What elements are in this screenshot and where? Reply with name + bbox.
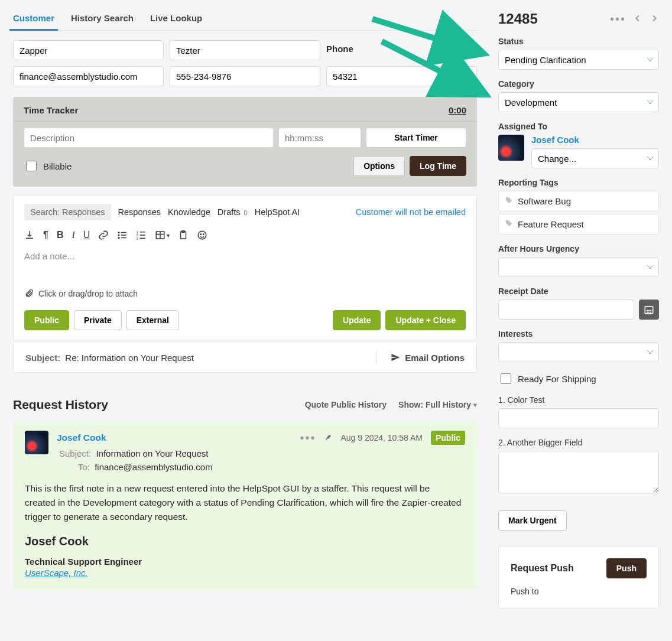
- bullet-list-icon[interactable]: [117, 230, 128, 240]
- status-select[interactable]: Pending Clarification: [498, 50, 659, 70]
- note-tab-knowledge[interactable]: Knowledge: [168, 204, 210, 220]
- tag-icon: [505, 196, 513, 206]
- svg-point-21: [203, 234, 204, 235]
- timer-hms-field[interactable]: [278, 128, 361, 148]
- note-editor-card: Search: Responses Responses Knowledge Dr…: [13, 195, 477, 340]
- note-tab-ai[interactable]: HelpSpot AI: [255, 204, 300, 220]
- customer-tabs: Customer History Search Live Lookup: [13, 11, 477, 31]
- svg-point-3: [118, 235, 120, 236]
- tab-history-search[interactable]: History Search: [71, 11, 134, 30]
- subject-text: Re: Information on Your Request: [65, 353, 194, 363]
- svg-text:3: 3: [137, 237, 138, 240]
- start-timer-button[interactable]: Start Timer: [366, 128, 466, 148]
- receipt-date-field[interactable]: [498, 300, 634, 320]
- billable-label: Billable: [43, 161, 72, 171]
- after-hours-urgency-select[interactable]: [498, 257, 659, 277]
- bold-icon[interactable]: B: [57, 230, 64, 240]
- assignee-avatar: [498, 135, 524, 161]
- assignee-name-link[interactable]: Josef Cook: [531, 135, 579, 145]
- note-tab-drafts[interactable]: Drafts 0: [217, 204, 248, 220]
- color-test-label: 1. Color Test: [498, 395, 659, 405]
- history-author-link[interactable]: Josef Cook: [57, 432, 106, 443]
- request-more-icon[interactable]: •••: [610, 12, 626, 26]
- timer-options-button[interactable]: Options: [353, 156, 405, 176]
- interests-select[interactable]: [498, 342, 659, 362]
- note-tab-responses[interactable]: Responses: [118, 204, 161, 220]
- assigned-to-label: Assigned To: [498, 122, 659, 131]
- numbered-list-icon[interactable]: 123: [136, 230, 147, 240]
- signature-name: Josef Cook: [25, 535, 465, 548]
- another-bigger-field[interactable]: [498, 451, 659, 493]
- phone-field[interactable]: [170, 66, 320, 86]
- email-field[interactable]: [13, 66, 164, 86]
- history-to: finance@assemblystudio.com: [95, 462, 212, 472]
- category-select[interactable]: Development: [498, 92, 659, 112]
- log-time-button[interactable]: Log Time: [410, 156, 466, 176]
- quote-public-history-button[interactable]: Quote Public History: [305, 400, 387, 409]
- customer-no-email-link[interactable]: Customer will not be emailed: [356, 207, 466, 217]
- svg-rect-12: [140, 235, 145, 236]
- assignee-change-select[interactable]: Change...: [531, 148, 659, 168]
- note-textarea[interactable]: Add a note...: [24, 245, 466, 281]
- avatar: [25, 431, 48, 454]
- next-request-icon[interactable]: [650, 14, 659, 25]
- signature-company-link[interactable]: UserScape, Inc.: [25, 568, 88, 578]
- table-icon[interactable]: ▾: [155, 230, 170, 240]
- paragraph-icon[interactable]: ¶: [43, 230, 48, 240]
- history-more-icon[interactable]: •••: [300, 431, 316, 445]
- billable-checkbox[interactable]: Billable: [24, 159, 72, 173]
- svg-point-20: [200, 234, 202, 235]
- svg-rect-11: [140, 232, 145, 233]
- history-entry: Josef Cook ••• Aug 9 2024, 10:58 AM Publ…: [13, 421, 477, 590]
- editor-toolbar: ¶ B I U 123 ▾: [24, 227, 466, 245]
- history-subject: Information on Your Request: [96, 448, 208, 458]
- public-badge: Public: [431, 431, 465, 445]
- underline-icon[interactable]: U: [83, 230, 90, 240]
- svg-rect-6: [121, 235, 126, 236]
- color-test-field[interactable]: [498, 408, 659, 428]
- first-name-field[interactable]: [13, 40, 164, 60]
- interests-label: Interests: [498, 329, 659, 339]
- timer-description-field[interactable]: [24, 128, 274, 148]
- note-type-public-button[interactable]: Public: [24, 310, 69, 330]
- subject-row: Subject: Re: Information on Your Request…: [13, 343, 477, 373]
- link-icon[interactable]: [98, 230, 109, 240]
- svg-point-2: [118, 232, 120, 233]
- pin-icon[interactable]: [324, 433, 332, 443]
- signature-title: Technical Support Engineer: [25, 557, 465, 567]
- svg-point-23: [647, 310, 648, 311]
- tab-customer[interactable]: Customer: [13, 11, 54, 30]
- show-history-filter[interactable]: Show: Full History ▾: [398, 400, 477, 409]
- reporting-tag[interactable]: Software Bug: [498, 191, 659, 212]
- push-button[interactable]: Push: [606, 558, 647, 578]
- prev-request-icon[interactable]: [633, 14, 642, 25]
- calendar-icon[interactable]: [639, 300, 659, 320]
- download-icon[interactable]: [24, 230, 35, 240]
- chevron-down-icon: ▾: [473, 401, 477, 409]
- update-button[interactable]: Update: [333, 310, 381, 330]
- customer-id-field[interactable]: [326, 66, 477, 86]
- email-options-button[interactable]: Email Options: [376, 351, 465, 364]
- clipboard-icon[interactable]: [178, 230, 189, 240]
- svg-point-27: [648, 311, 650, 313]
- note-tab-search-responses[interactable]: Search: Responses: [24, 204, 111, 220]
- another-bigger-field-label: 2. Another Bigger Field: [498, 438, 659, 447]
- time-tracker-elapsed[interactable]: 0:00: [449, 105, 466, 115]
- reporting-tag[interactable]: Feature Request: [498, 214, 659, 235]
- note-type-external-button[interactable]: External: [126, 310, 179, 330]
- tab-live-lookup[interactable]: Live Lookup: [150, 11, 202, 30]
- update-close-button[interactable]: Update + Close: [385, 310, 466, 330]
- svg-rect-7: [121, 237, 126, 239]
- svg-point-24: [648, 310, 650, 311]
- svg-point-19: [199, 231, 207, 239]
- emoji-icon[interactable]: [197, 230, 207, 240]
- svg-point-28: [650, 311, 651, 313]
- attach-dropzone[interactable]: Click or drag/drop to attach: [24, 289, 466, 298]
- phone-label: Phone: [326, 40, 477, 60]
- note-type-private-button[interactable]: Private: [74, 310, 122, 330]
- ready-for-shipping-checkbox[interactable]: Ready For Shipping: [498, 372, 659, 386]
- category-label: Category: [498, 79, 659, 89]
- mark-urgent-button[interactable]: Mark Urgent: [498, 510, 567, 531]
- last-name-field[interactable]: [170, 40, 320, 60]
- italic-icon[interactable]: I: [72, 230, 74, 240]
